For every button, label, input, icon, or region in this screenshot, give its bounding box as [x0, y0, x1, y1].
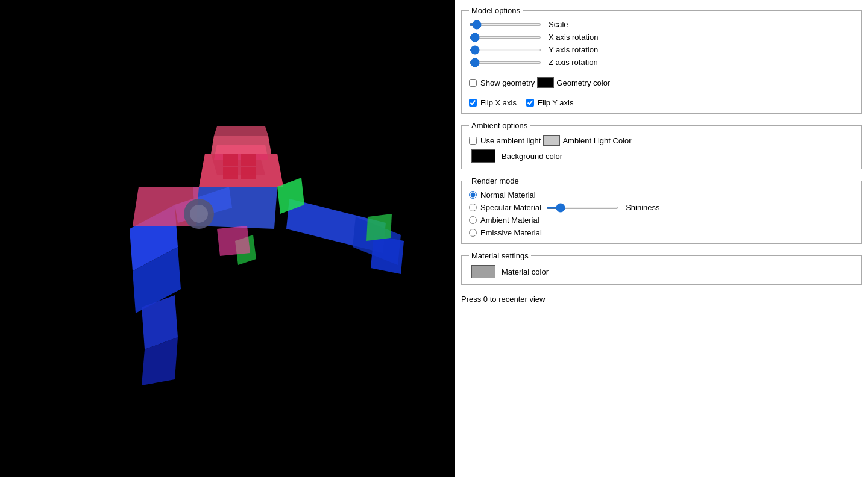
- emissive-material-row: Emissive Material: [469, 228, 854, 237]
- z-rotation-slider[interactable]: [469, 61, 541, 64]
- flip-axes-row: Flip X axis Flip Y axis: [469, 98, 854, 107]
- z-rotation-row: Z axis rotation: [469, 58, 854, 67]
- normal-material-label: Normal Material: [480, 190, 536, 199]
- material-color-swatch[interactable]: [471, 265, 495, 278]
- specular-material-label: Specular Material: [480, 203, 541, 212]
- ambient-options-group: Ambient options Use ambient light Ambien…: [461, 121, 862, 169]
- 3d-viewport[interactable]: [0, 0, 455, 477]
- press-hint: Press 0 to recenter view: [461, 292, 862, 306]
- material-color-row: Material color: [469, 265, 854, 278]
- svg-marker-24: [214, 126, 268, 136]
- model-options-legend: Model options: [469, 6, 523, 15]
- divider-1: [469, 72, 854, 72]
- model-options-group: Model options Scale X axis rotation Y ax…: [461, 6, 862, 114]
- svg-marker-21: [366, 214, 392, 241]
- background-color-swatch[interactable]: [471, 149, 495, 163]
- normal-material-radio[interactable]: [469, 191, 477, 199]
- geometry-color-label: Geometry color: [556, 78, 610, 87]
- background-color-label: Background color: [502, 152, 562, 161]
- ambient-material-radio[interactable]: [469, 216, 477, 224]
- flip-y-label: Flip Y axis: [538, 98, 574, 107]
- svg-point-17: [190, 205, 208, 223]
- use-ambient-label: Use ambient light: [480, 136, 541, 145]
- specular-material-radio[interactable]: [469, 204, 477, 211]
- shininess-label: Shininess: [626, 203, 659, 212]
- y-rotation-row: Y axis rotation: [469, 45, 854, 54]
- specular-material-row: Specular Material Shininess: [469, 203, 854, 212]
- render-mode-legend: Render mode: [469, 176, 521, 186]
- normal-material-row: Normal Material: [469, 190, 854, 199]
- x-rotation-label: X axis rotation: [549, 33, 598, 42]
- ambient-material-label: Ambient Material: [480, 216, 539, 225]
- material-settings-legend: Material settings: [469, 251, 531, 260]
- use-ambient-checkbox[interactable]: [469, 137, 477, 145]
- material-color-label: Material color: [502, 267, 549, 276]
- scale-label: Scale: [549, 20, 568, 29]
- geometry-color-swatch[interactable]: [537, 77, 554, 88]
- ambient-material-row: Ambient Material: [469, 216, 854, 225]
- svg-rect-11: [241, 167, 256, 179]
- svg-rect-10: [223, 167, 238, 179]
- svg-marker-20: [371, 235, 404, 274]
- y-rotation-label: Y axis rotation: [549, 45, 598, 54]
- render-mode-group: Render mode Normal Material Specular Mat…: [461, 176, 862, 244]
- show-geometry-checkbox[interactable]: [469, 79, 477, 87]
- svg-marker-23: [211, 136, 271, 154]
- z-rotation-label: Z axis rotation: [549, 58, 598, 67]
- ambient-light-row: Use ambient light Ambient Light Color: [469, 135, 854, 146]
- y-rotation-slider[interactable]: [469, 49, 541, 51]
- flip-x-label: Flip X axis: [480, 98, 517, 107]
- x-rotation-row: X axis rotation: [469, 33, 854, 42]
- controls-panel: Model options Scale X axis rotation Y ax…: [455, 0, 868, 477]
- x-rotation-slider[interactable]: [469, 36, 541, 39]
- emissive-material-radio[interactable]: [469, 229, 477, 237]
- ambient-options-legend: Ambient options: [469, 121, 530, 130]
- shininess-slider[interactable]: [546, 207, 618, 209]
- ambient-color-label: Ambient Light Color: [562, 136, 631, 145]
- svg-rect-9: [241, 154, 256, 166]
- scale-slider[interactable]: [469, 23, 541, 26]
- flip-x-checkbox[interactable]: [469, 99, 477, 107]
- emissive-material-label: Emissive Material: [480, 228, 542, 237]
- background-color-row: Background color: [469, 149, 854, 163]
- show-geometry-row: Show geometry Geometry color: [469, 77, 854, 88]
- show-geometry-label: Show geometry: [480, 78, 535, 87]
- flip-y-checkbox[interactable]: [526, 99, 534, 107]
- ambient-color-swatch[interactable]: [543, 135, 560, 146]
- scale-row: Scale: [469, 20, 854, 29]
- material-settings-group: Material settings Material color: [461, 251, 862, 285]
- model-svg: [0, 0, 455, 477]
- svg-marker-22: [217, 226, 250, 256]
- svg-rect-8: [223, 154, 238, 166]
- divider-2: [469, 93, 854, 93]
